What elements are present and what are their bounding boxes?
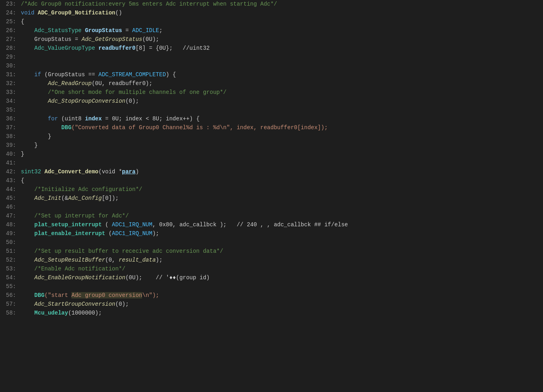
- code-line: 30:: [0, 62, 543, 71]
- token: [21, 257, 35, 263]
- token: /*Set up interrupt for Adc*/: [21, 213, 129, 219]
- token: Adc_ValueGroupType: [21, 45, 98, 51]
- line-number: 29:: [0, 53, 19, 61]
- token: Adc_StartGroupConversion: [35, 301, 116, 307]
- token: ) {: [166, 71, 176, 78]
- token: para: [122, 169, 136, 175]
- code-line: 31: if (GroupStatus == ADC_STREAM_COMPLE…: [0, 71, 543, 79]
- token: );: [153, 230, 159, 237]
- token: \n");: [142, 292, 159, 299]
- line-number: 58:: [0, 309, 19, 317]
- line-content: Mcu_udelay(1000000);: [19, 309, 543, 317]
- token: {: [21, 18, 24, 25]
- token: ("start: [45, 292, 71, 299]
- line-content: Adc_StopGroupConversion(0);: [19, 97, 543, 106]
- code-line: 40:}: [0, 150, 543, 159]
- code-line: 42:sint32 Adc_Convert_demo(void *para): [0, 168, 543, 177]
- token: /*Enable Adc notification*/: [21, 266, 125, 272]
- token: result_data: [119, 257, 156, 263]
- token: DBG: [61, 124, 71, 131]
- code-line: 36: for (uint8 index = 0U; index < 8U; i…: [0, 115, 543, 124]
- token: [21, 292, 35, 299]
- token: Adc_SetupResultBuffer: [35, 257, 105, 263]
- line-number: 41:: [0, 159, 19, 167]
- token: void: [21, 10, 38, 16]
- code-line: 37: DBG("Converted data of Group0 Channe…: [0, 124, 543, 132]
- line-number: 54:: [0, 274, 19, 282]
- line-number: 57:: [0, 300, 19, 309]
- token: }: [21, 151, 24, 157]
- token: /*Initialize Adc configuration*/: [21, 186, 142, 193]
- token: =: [122, 27, 132, 34]
- line-content: /*Set up result buffer to rececive adc c…: [19, 247, 543, 256]
- token: [21, 274, 35, 281]
- token: (&: [61, 195, 68, 201]
- token: (0U);: [142, 36, 159, 43]
- line-content: Adc_EnableGroupNotification(0U); // '♦♦(…: [19, 274, 543, 282]
- line-number: 38:: [0, 132, 19, 141]
- token: Mcu_udelay: [35, 310, 68, 316]
- line-content: plat_enable_interrupt (ADC1_IRQ_NUM);: [19, 230, 543, 238]
- line-number: 48:: [0, 221, 19, 229]
- token: ADC1_IRQ_NUM: [112, 221, 153, 228]
- token: (0,: [105, 257, 119, 263]
- code-line: 58: Mcu_udelay(1000000);: [0, 309, 543, 318]
- token: ): [136, 169, 139, 175]
- token: Adc_Config: [68, 195, 102, 201]
- token: GroupStatus =: [21, 36, 81, 43]
- line-number: 45:: [0, 194, 19, 203]
- code-line: 32: Adc_ReadGroup(0U, readbuffer0);: [0, 79, 543, 88]
- code-line: 44: /*Initialize Adc configuration*/: [0, 185, 543, 194]
- code-line: 33: /*One short mode for multiple channe…: [0, 88, 543, 97]
- token: [21, 124, 61, 131]
- token: (0U); // '♦♦(group id): [125, 274, 209, 281]
- code-line: 51: /*Set up result buffer to rececive a…: [0, 247, 543, 256]
- code-line: 55:: [0, 282, 543, 291]
- code-line: 50:: [0, 238, 543, 247]
- token: [21, 310, 35, 316]
- token: [21, 71, 35, 78]
- token: [21, 230, 35, 237]
- line-content: [19, 53, 543, 61]
- line-number: 42:: [0, 168, 19, 176]
- token: Adc_Convert_demo: [45, 169, 98, 175]
- token: Adc_EnableGroupNotification: [35, 274, 126, 281]
- line-content: [19, 203, 543, 211]
- line-number: 24:: [0, 9, 19, 17]
- code-line: 47: /*Set up interrupt for Adc*/: [0, 212, 543, 221]
- token: }: [21, 133, 51, 140]
- token: /*Set up result buffer to rececive adc c…: [21, 248, 223, 254]
- line-content: for (uint8 index = 0U; index < 8U; index…: [19, 115, 543, 123]
- line-content: }: [19, 150, 543, 158]
- line-content: [19, 282, 543, 291]
- token: /*One short mode for multiple channels o…: [21, 89, 226, 95]
- line-number: 44:: [0, 185, 19, 194]
- line-number: 39:: [0, 141, 19, 150]
- code-line: 45: Adc_Init(&Adc_Config[0]);: [0, 194, 543, 203]
- token: = 0U; index < 8U; index++) {: [102, 116, 200, 122]
- token: ADC1_IRQ_NUM: [112, 230, 153, 237]
- token: ADC_IDLE: [132, 27, 159, 34]
- token: (0U, readbuffer0);: [92, 80, 152, 87]
- code-line: 25:{: [0, 18, 543, 26]
- line-content: Adc_StatusType GroupStatus = ADC_IDLE;: [19, 26, 543, 35]
- line-number: 52:: [0, 256, 19, 264]
- line-number: 47:: [0, 212, 19, 220]
- token: ("Converted data of Group0 Channel%d is …: [71, 124, 328, 131]
- code-line: 52: Adc_SetupResultBuffer(0, result_data…: [0, 256, 543, 265]
- line-number: 46:: [0, 203, 19, 211]
- line-number: 31:: [0, 71, 19, 79]
- token: [21, 301, 35, 307]
- token: plat_enable_interrupt: [35, 230, 105, 237]
- token: sint32: [21, 169, 45, 175]
- token: Adc_StatusType: [21, 27, 85, 34]
- line-content: }: [19, 141, 543, 150]
- token: (void *: [98, 169, 122, 175]
- code-line: 23:/*Adc Group0 notification:every 5ms e…: [0, 0, 543, 9]
- code-line: 56: DBG("start Adc group0 conversion\n")…: [0, 291, 543, 300]
- line-content: Adc_SetupResultBuffer(0, result_data);: [19, 256, 543, 264]
- line-number: 35:: [0, 106, 19, 114]
- token: [0]);: [102, 195, 119, 201]
- code-line: 34: Adc_StopGroupConversion(0);: [0, 97, 543, 106]
- line-content: if (GroupStatus == ADC_STREAM_COMPLETED)…: [19, 71, 543, 79]
